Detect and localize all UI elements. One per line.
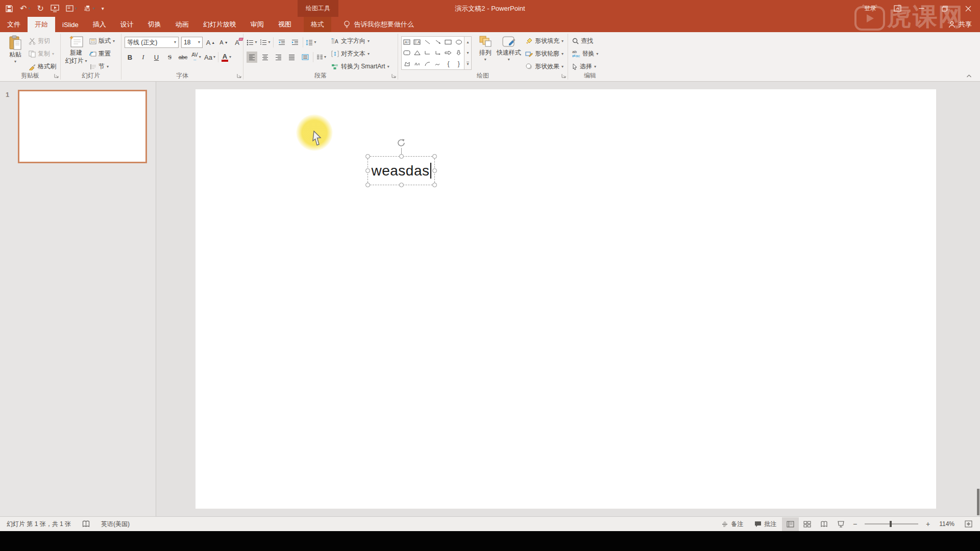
- shape-elbow-arrow-icon[interactable]: [433, 47, 443, 58]
- replace-button[interactable]: ab⇄ac 替换 ▾: [571, 48, 599, 59]
- drawing-dialog-launcher[interactable]: [561, 72, 566, 80]
- resize-handle-w[interactable]: [365, 168, 370, 173]
- paragraph-dialog-launcher[interactable]: [391, 72, 396, 80]
- numbering-button[interactable]: ▾: [260, 37, 271, 48]
- shape-elbow-connector-icon[interactable]: [423, 47, 433, 58]
- shape-right-brace-icon[interactable]: }: [454, 59, 464, 69]
- font-color-button[interactable]: A ▾: [221, 52, 232, 63]
- fit-slide-to-window-button[interactable]: [960, 517, 977, 531]
- align-text-button[interactable]: 对齐文本 ▾: [330, 48, 390, 59]
- align-right-button[interactable]: [273, 52, 284, 63]
- scroll-up-icon[interactable]: ▴: [467, 40, 469, 44]
- zoom-slider-track[interactable]: [865, 523, 918, 524]
- find-button[interactable]: 查找: [571, 36, 599, 46]
- text-box-content[interactable]: weasdas: [371, 163, 429, 179]
- shape-left-brace-icon[interactable]: {: [443, 59, 453, 69]
- shape-triangle-icon[interactable]: [412, 47, 422, 58]
- spellcheck-button[interactable]: [77, 517, 95, 531]
- close-button[interactable]: [957, 0, 980, 17]
- copy-button[interactable]: 复制 ▾: [28, 48, 57, 59]
- slide-thumbnail[interactable]: [18, 90, 147, 163]
- bullets-button[interactable]: ▾: [247, 37, 257, 48]
- shape-effects-button[interactable]: 形状效果 ▾: [524, 61, 565, 72]
- quick-styles-button[interactable]: 快速样式 ▾: [496, 34, 522, 62]
- format-painter-button[interactable]: 格式刷: [28, 61, 57, 72]
- clipboard-dialog-launcher[interactable]: [54, 72, 59, 80]
- resize-handle-s[interactable]: [399, 183, 404, 187]
- customize-qat-button[interactable]: ▾: [102, 6, 104, 11]
- shape-outline-button[interactable]: 形状轮廓 ▾: [524, 48, 565, 59]
- shape-oval-icon[interactable]: [454, 37, 464, 47]
- strikethrough-button[interactable]: abc: [178, 52, 188, 63]
- minimize-button[interactable]: [910, 0, 933, 17]
- resize-handle-n[interactable]: [399, 154, 404, 159]
- tab-home[interactable]: 开始: [28, 17, 55, 32]
- decrease-font-size-button[interactable]: A▼: [218, 37, 229, 48]
- tab-review[interactable]: 审阅: [243, 17, 271, 32]
- zoom-in-button[interactable]: +: [922, 517, 934, 531]
- font-size-combobox[interactable]: 18 ▾: [181, 37, 203, 48]
- text-shadow-button[interactable]: S: [164, 52, 175, 63]
- shape-right-arrow-icon[interactable]: [443, 47, 453, 58]
- increase-font-size-button[interactable]: A▲: [205, 37, 216, 48]
- shape-rectangle-icon[interactable]: [443, 37, 453, 47]
- distribute-button[interactable]: [300, 52, 310, 63]
- arrange-button[interactable]: 排列 ▾: [475, 34, 496, 62]
- tab-design[interactable]: 设计: [113, 17, 141, 32]
- shape-freeform-icon[interactable]: [402, 59, 412, 69]
- redo-button[interactable]: ↻: [37, 4, 43, 13]
- shape-fill-button[interactable]: 形状填充 ▾: [524, 36, 565, 46]
- columns-button[interactable]: ▾: [316, 52, 327, 63]
- clear-formatting-button[interactable]: A: [232, 37, 242, 48]
- start-from-beginning-button[interactable]: [51, 5, 59, 12]
- bold-button[interactable]: B: [125, 52, 135, 63]
- notes-button[interactable]: 备注: [716, 517, 749, 531]
- shape-curve-icon[interactable]: [433, 59, 443, 69]
- shape-vertical-textbox-icon[interactable]: A: [412, 37, 422, 47]
- tab-transitions[interactable]: 切换: [141, 17, 168, 32]
- font-dialog-launcher[interactable]: [237, 72, 241, 80]
- tab-islide[interactable]: iSlide: [55, 17, 86, 32]
- language-indicator[interactable]: 英语(美国): [95, 517, 135, 531]
- slideshow-view-button[interactable]: [832, 517, 849, 531]
- cut-button[interactable]: 剪切: [28, 36, 57, 46]
- text-direction-button[interactable]: A 文字方向 ▾: [330, 36, 390, 46]
- zoom-out-button[interactable]: −: [849, 517, 861, 531]
- zoom-level[interactable]: 114%: [934, 517, 960, 531]
- slide-indicator[interactable]: 幻灯片 第 1 张，共 1 张: [0, 517, 77, 531]
- normal-view-button[interactable]: [782, 517, 799, 531]
- tab-animations[interactable]: 动画: [168, 17, 196, 32]
- save-button[interactable]: [5, 5, 13, 13]
- align-left-button[interactable]: [247, 52, 257, 63]
- resize-handle-nw[interactable]: [365, 154, 370, 159]
- vertical-scrollbar-thumb[interactable]: [977, 489, 979, 515]
- justify-button[interactable]: [286, 52, 297, 63]
- slide-area[interactable]: [195, 89, 936, 509]
- select-button[interactable]: 选择 ▾: [571, 61, 599, 72]
- shape-line-icon[interactable]: [423, 37, 433, 47]
- zoom-slider-thumb[interactable]: [890, 521, 892, 527]
- increase-indent-button[interactable]: [289, 37, 300, 48]
- restore-button[interactable]: [933, 0, 957, 17]
- italic-button[interactable]: I: [138, 52, 149, 63]
- resize-handle-sw[interactable]: [365, 183, 370, 187]
- decrease-indent-button[interactable]: [276, 37, 287, 48]
- shape-scribble-icon[interactable]: [412, 59, 422, 69]
- tab-file[interactable]: 文件: [0, 17, 28, 32]
- move-split-qat-button[interactable]: ▾: [84, 5, 95, 12]
- shape-down-arrow-icon[interactable]: [454, 47, 464, 58]
- tab-slideshow[interactable]: 幻灯片放映: [196, 17, 243, 32]
- shape-arc-icon[interactable]: [423, 59, 433, 69]
- slide-layout-qat-button[interactable]: ▾: [66, 5, 77, 12]
- share-button[interactable]: 共享: [948, 17, 980, 32]
- text-box[interactable]: weasdas: [368, 156, 435, 185]
- convert-smartart-button[interactable]: 转换为 SmartArt ▾: [330, 61, 390, 72]
- font-name-combobox[interactable]: 等线 (正文) ▾: [125, 37, 179, 48]
- scroll-down-icon[interactable]: ▾: [467, 51, 469, 55]
- gallery-more-icon[interactable]: ▾: [467, 62, 469, 66]
- collapse-ribbon-button[interactable]: [966, 72, 972, 80]
- new-slide-button[interactable]: 新建 幻灯片 ▾: [64, 34, 88, 65]
- layout-button[interactable]: 版式 ▾: [88, 36, 116, 46]
- shape-arrow-icon[interactable]: [433, 37, 443, 47]
- tab-insert[interactable]: 插入: [86, 17, 113, 32]
